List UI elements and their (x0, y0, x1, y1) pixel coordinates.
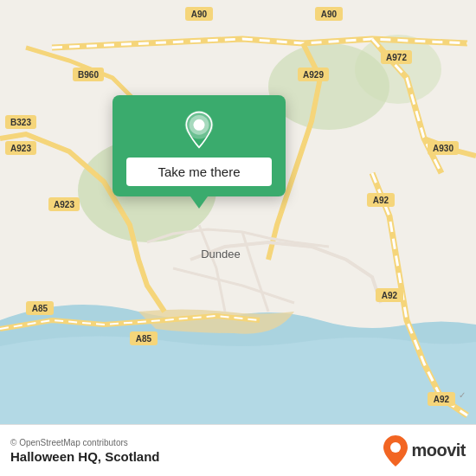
svg-text:A923: A923 (54, 200, 74, 209)
svg-text:B323: B323 (10, 118, 31, 127)
moovit-wordmark: moovit (411, 441, 466, 460)
osm-attribution: © OpenStreetMap contributors (10, 438, 160, 447)
svg-text:A92: A92 (434, 395, 450, 404)
moovit-logo: moovit (383, 435, 466, 466)
map-svg: A90 A90 A972 A929 A930 A92 A92 A92 B960 … (0, 0, 476, 424)
svg-point-37 (390, 442, 401, 453)
svg-text:A90: A90 (321, 10, 338, 19)
svg-text:A90: A90 (191, 10, 208, 19)
svg-text:Dundee: Dundee (201, 248, 241, 261)
svg-point-36 (193, 119, 204, 131)
svg-text:B960: B960 (78, 70, 99, 80)
svg-text:A930: A930 (433, 144, 453, 153)
location-pin-icon (180, 111, 218, 149)
svg-text:A92: A92 (382, 291, 398, 300)
take-me-there-button[interactable]: Take me there (126, 158, 272, 186)
svg-text:A923: A923 (10, 144, 31, 153)
moovit-pin-icon (383, 435, 408, 466)
svg-text:A85: A85 (136, 334, 152, 344)
svg-text:A85: A85 (32, 304, 48, 313)
footer-bar: © OpenStreetMap contributors Halloween H… (0, 424, 476, 476)
svg-text:A929: A929 (303, 70, 324, 80)
svg-text:A92: A92 (373, 196, 389, 205)
location-label: Halloween HQ, Scotland (10, 449, 160, 464)
footer-info: © OpenStreetMap contributors Halloween H… (10, 438, 160, 464)
map-area: A90 A90 A972 A929 A930 A92 A92 A92 B960 … (0, 0, 476, 424)
svg-text:A972: A972 (386, 53, 407, 62)
location-popup[interactable]: Take me there (113, 95, 286, 196)
svg-text:✓: ✓ (459, 390, 466, 400)
